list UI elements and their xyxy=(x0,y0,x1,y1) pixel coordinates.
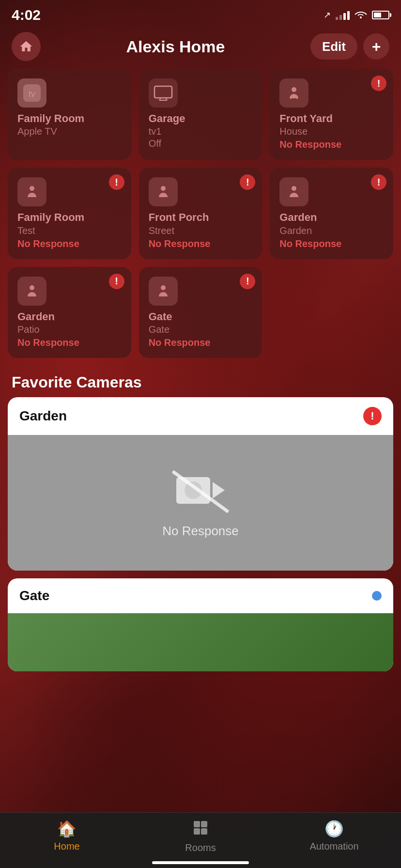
device-card-gate-gate[interactable]: ! Gate Gate No Response xyxy=(139,267,262,358)
device-subname: Street xyxy=(149,225,253,236)
signal-bar-2 xyxy=(339,15,342,20)
app-header: Alexis Home Edit + xyxy=(0,27,401,69)
signal-bars xyxy=(336,10,350,20)
home-tab-icon: 🏠 xyxy=(57,820,77,838)
no-response-label: No Response xyxy=(149,337,253,348)
alert-badge: ! xyxy=(371,174,386,190)
camera-title: Garden xyxy=(19,408,67,424)
camera-card-garden[interactable]: Garden ! No Response xyxy=(8,397,393,571)
home-icon-button[interactable] xyxy=(12,32,41,61)
tab-automation[interactable]: 🕐 Automation xyxy=(267,820,401,853)
svg-point-8 xyxy=(161,186,166,191)
camera-card-gate[interactable]: Gate xyxy=(8,578,393,671)
signal-bar-3 xyxy=(343,13,346,20)
motion-icon xyxy=(155,283,171,299)
svg-point-6 xyxy=(292,87,296,92)
rooms-icon xyxy=(192,820,209,836)
status-time: 4:02 xyxy=(12,7,41,23)
svg-point-7 xyxy=(30,186,34,191)
tab-bar: 🏠 Home Rooms 🕐 Automation xyxy=(0,812,401,868)
alert-badge: ! xyxy=(371,76,386,91)
device-name: Garden xyxy=(279,211,384,224)
automation-tab-icon: 🕐 xyxy=(324,820,344,838)
add-button[interactable]: + xyxy=(363,33,389,60)
device-subname: Apple TV xyxy=(17,126,122,137)
device-subname: Gate xyxy=(149,324,253,335)
device-status: Off xyxy=(149,138,253,149)
appletv-icon: tv xyxy=(23,84,41,102)
device-name: Garage xyxy=(149,112,253,125)
status-icons: ↗ xyxy=(324,9,389,21)
motion-icon xyxy=(286,85,302,101)
device-card-family-room-test[interactable]: ! Family Room Test No Response xyxy=(8,168,131,259)
svg-rect-18 xyxy=(194,828,200,835)
alert-badge: ! xyxy=(109,174,124,190)
signal-bar-4 xyxy=(347,11,350,20)
device-icon-wrap xyxy=(17,177,46,206)
device-icon-wrap xyxy=(17,277,46,306)
device-subname: tv1 xyxy=(149,126,253,137)
svg-marker-14 xyxy=(213,482,225,498)
location-icon: ↗ xyxy=(324,10,331,20)
device-icon-wrap xyxy=(279,78,308,108)
no-response-label: No Response xyxy=(279,139,384,150)
device-card-family-room-appletv[interactable]: tv Family Room Apple TV xyxy=(8,69,131,160)
header-actions: Edit + xyxy=(310,33,389,60)
gate-camera-header: Gate xyxy=(8,578,393,613)
device-icon-wrap xyxy=(279,177,308,206)
edit-button[interactable]: Edit xyxy=(310,33,357,60)
no-response-label: No Response xyxy=(279,238,384,249)
tab-home[interactable]: 🏠 Home xyxy=(0,820,134,853)
camera-alert-badge: ! xyxy=(363,407,382,425)
alert-badge: ! xyxy=(109,274,124,289)
device-name: Garden xyxy=(17,310,122,323)
no-response-label: No Response xyxy=(17,337,122,348)
home-indicator xyxy=(152,861,249,864)
device-icon-wrap xyxy=(149,177,178,206)
device-card-front-porch-street[interactable]: ! Front Porch Street No Response xyxy=(139,168,262,259)
device-card-garden-garden[interactable]: ! Garden Garden No Response xyxy=(270,168,393,259)
device-card-garden-patio[interactable]: ! Garden Patio No Response xyxy=(8,267,131,358)
wifi-icon xyxy=(355,9,367,21)
device-icon-wrap: tv xyxy=(17,78,46,108)
devices-grid: tv Family Room Apple TV Garage tv1 Off ! xyxy=(0,69,401,366)
device-subname: Patio xyxy=(17,324,122,335)
alert-badge: ! xyxy=(240,174,255,190)
svg-rect-17 xyxy=(201,821,207,827)
rooms-tab-label: Rooms xyxy=(185,842,216,853)
camera-no-response-text: No Response xyxy=(162,524,239,539)
device-subname: House xyxy=(279,126,384,137)
battery-icon xyxy=(372,11,389,19)
no-response-label: No Response xyxy=(17,238,122,249)
battery-fill xyxy=(374,13,381,17)
camera-preview: No Response xyxy=(8,435,393,571)
tab-rooms[interactable]: Rooms xyxy=(134,820,267,853)
favorite-cameras-heading: Favorite Cameras xyxy=(0,366,401,397)
gate-status-dot xyxy=(372,591,382,601)
device-subname: Garden xyxy=(279,225,384,236)
automation-tab-label: Automation xyxy=(309,841,358,852)
home-tab-label: Home xyxy=(54,841,79,852)
device-card-front-yard-house[interactable]: ! Front Yard House No Response xyxy=(270,69,393,160)
device-card-garage-tv1[interactable]: Garage tv1 Off xyxy=(139,69,262,160)
device-subname: Test xyxy=(17,225,122,236)
device-name: Gate xyxy=(149,310,253,323)
svg-rect-16 xyxy=(194,821,200,827)
motion-icon xyxy=(155,184,171,200)
device-name: Front Porch xyxy=(149,211,253,224)
motion-icon xyxy=(24,184,40,200)
svg-point-11 xyxy=(161,285,166,290)
device-icon-wrap xyxy=(149,78,178,108)
no-response-label: No Response xyxy=(149,238,253,249)
tv-icon xyxy=(154,85,173,101)
motion-icon xyxy=(286,184,302,200)
rooms-tab-icon xyxy=(192,820,209,839)
gate-camera-preview xyxy=(8,613,393,671)
svg-rect-19 xyxy=(201,828,207,835)
device-icon-wrap xyxy=(149,277,178,306)
gate-camera-title: Gate xyxy=(19,588,49,604)
motion-icon xyxy=(24,283,40,299)
svg-text:tv: tv xyxy=(29,89,35,99)
house-icon xyxy=(19,39,33,54)
device-name: Front Yard xyxy=(279,112,384,125)
